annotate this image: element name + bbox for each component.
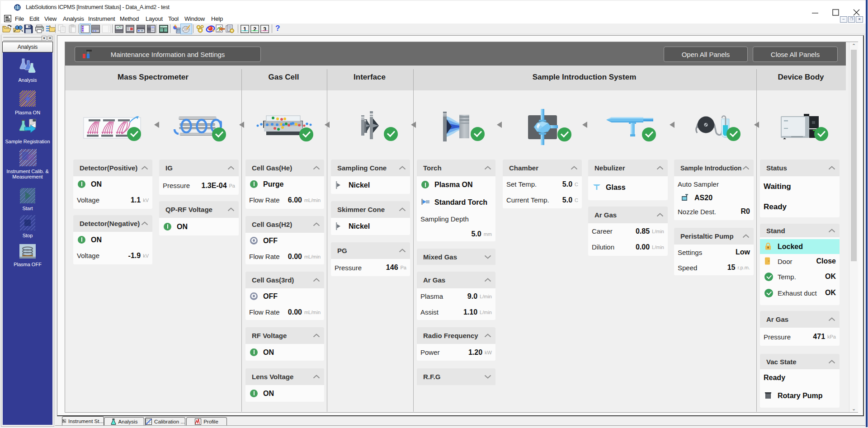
svg-text:2: 2 <box>253 26 256 33</box>
svg-text:1: 1 <box>243 26 246 33</box>
svg-text:3: 3 <box>263 26 266 33</box>
